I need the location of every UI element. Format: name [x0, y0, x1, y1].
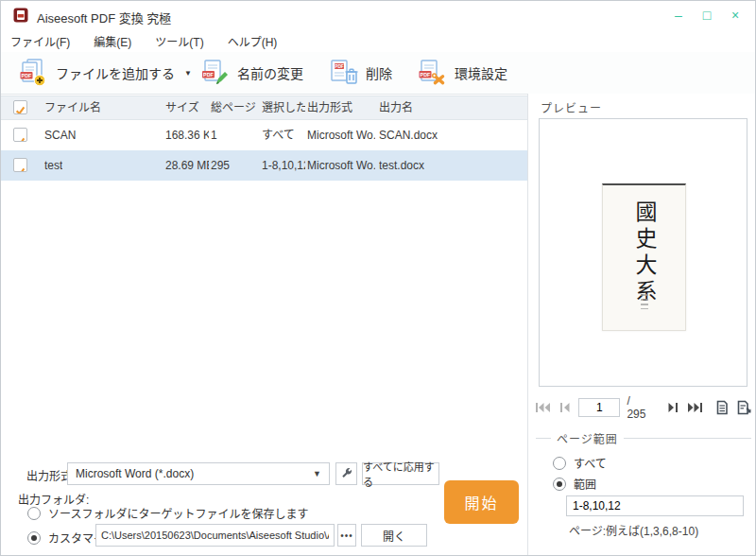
last-page-button[interactable]: [687, 401, 702, 414]
first-page-button[interactable]: [536, 401, 551, 414]
cell-selected: 1-8,10,12: [262, 150, 305, 181]
radio-circle-icon: [553, 457, 566, 470]
preview-nav: / 295: [536, 396, 751, 419]
page-report-button[interactable]: [714, 401, 730, 414]
menu-edit[interactable]: 編集(E): [94, 33, 131, 49]
cell-filename: test: [44, 150, 62, 181]
wrench-icon: [340, 467, 353, 480]
preview-viewport: 國史大系: [539, 118, 747, 387]
page-range-title: ページ範囲: [557, 430, 618, 446]
radio-all-pages[interactable]: すべて: [553, 455, 607, 471]
divider: [624, 438, 751, 439]
preview-page-seal: [641, 294, 648, 309]
radio-all-label: すべて: [574, 455, 607, 471]
preview-panel: プレビュー 國史大系 / 295: [527, 94, 756, 556]
check-icon: [14, 135, 26, 142]
svg-text:PDF: PDF: [335, 64, 344, 69]
preview-page-image: 國史大系: [602, 183, 686, 331]
svg-text:PDF: PDF: [22, 73, 32, 78]
chevron-down-icon: ▼: [313, 469, 329, 478]
format-settings-button[interactable]: [335, 462, 357, 485]
delete-button[interactable]: PDF 削除: [328, 56, 392, 90]
previous-page-button[interactable]: [558, 401, 573, 414]
cell-size: 168.36 KB: [165, 120, 209, 150]
maximize-icon[interactable]: □: [700, 9, 713, 22]
page-range-input[interactable]: [566, 495, 744, 516]
check-icon: [14, 104, 26, 114]
app-logo-icon: [13, 8, 28, 23]
cell-output-format: Microsoft Wo...: [307, 120, 375, 150]
cell-output-name: test.docx: [379, 150, 521, 181]
app-window: Aiseesoft PDF 変換 究極 – □ × ファイル(F) 編集(E) …: [0, 0, 756, 556]
total-pages-label: / 295: [627, 394, 651, 421]
settings-icon: PDF: [417, 58, 447, 88]
page-import-button[interactable]: [736, 401, 751, 414]
radio-page-range[interactable]: 範囲: [553, 476, 596, 492]
header-selected: 選択した: [262, 96, 305, 119]
minimize-icon[interactable]: –: [672, 9, 685, 22]
page-range-group: ページ範囲: [536, 430, 751, 446]
page-range-hint: ページ:例えば(1,3,6,8-10): [569, 522, 698, 538]
rename-button[interactable]: PDF 名前の変更: [199, 56, 303, 90]
add-file-icon: PDF: [18, 58, 48, 88]
settings-button[interactable]: PDF 環境設定: [417, 56, 507, 90]
delete-label: 削除: [366, 63, 392, 82]
output-format-value: Microsoft Word (*.docx): [68, 467, 313, 480]
menu-bar: ファイル(F) 編集(E) ツール(T) ヘルプ(H): [1, 29, 755, 52]
cell-output-format: Microsoft Wo...: [307, 150, 375, 181]
add-files-dropdown-icon: ▼: [184, 69, 192, 78]
radio-circle-icon: [27, 507, 41, 520]
radio-circle-selected-icon: [27, 531, 41, 545]
preview-page-calligraphy: 國史大系: [633, 200, 655, 306]
preview-title: プレビュー: [541, 99, 602, 115]
window-controls: – □ ×: [672, 1, 742, 29]
cell-total-pages: 295: [211, 150, 258, 181]
select-all-checkbox[interactable]: [13, 100, 27, 114]
header-filename: ファイル名: [44, 96, 101, 119]
add-files-label: ファイルを追加する: [56, 63, 175, 82]
add-files-button[interactable]: PDF ファイルを追加する ▼: [18, 56, 192, 90]
settings-label: 環境設定: [455, 63, 507, 82]
check-icon: [14, 165, 26, 172]
rename-label: 名前の変更: [237, 63, 303, 82]
menu-help[interactable]: ヘルプ(H): [228, 33, 278, 49]
svg-text:PDF: PDF: [203, 72, 214, 78]
apply-to-all-button[interactable]: すべてに応用する: [362, 462, 439, 485]
output-format-select[interactable]: Microsoft Word (*.docx) ▼: [67, 462, 330, 485]
header-size: サイズ: [165, 96, 209, 119]
radio-source-folder[interactable]: ソースフォルダにターゲットファイルを保存します: [27, 505, 308, 521]
cell-selected: すべて: [262, 120, 305, 150]
radio-range-label: 範囲: [574, 476, 596, 492]
browse-folder-button[interactable]: •••: [337, 524, 356, 547]
open-folder-button[interactable]: 開く: [361, 524, 427, 547]
menu-file[interactable]: ファイル(F): [10, 33, 70, 49]
cell-total-pages: 1: [211, 120, 258, 150]
window-title: Aiseesoft PDF 変換 究極: [37, 9, 171, 26]
output-path-input[interactable]: [95, 524, 335, 547]
row-checkbox[interactable]: [13, 128, 27, 142]
header-output-name: 出力名: [379, 96, 521, 119]
next-page-button[interactable]: [666, 401, 681, 414]
title-bar: Aiseesoft PDF 変換 究極 – □ ×: [1, 1, 755, 29]
svg-text:PDF: PDF: [421, 72, 431, 78]
cell-filename: SCAN: [44, 120, 76, 150]
table-row-scan[interactable]: SCAN 168.36 KB 1 すべて Microsoft Wo... SCA…: [1, 120, 527, 150]
menu-tools[interactable]: ツール(T): [155, 33, 203, 49]
delete-icon: PDF: [328, 58, 358, 88]
current-page-input[interactable]: [578, 398, 620, 417]
toolbar: PDF ファイルを追加する ▼ PDF 名前の変更: [1, 52, 755, 95]
cell-output-name: SCAN.docx: [379, 120, 521, 150]
row-checkbox[interactable]: [13, 158, 27, 172]
radio-circle-selected-icon: [553, 478, 566, 491]
header-output-format: 出力形式: [307, 96, 375, 119]
table-row-test[interactable]: test 28.69 MB 295 1-8,10,12 Microsoft Wo…: [1, 150, 527, 181]
table-header: ファイル名 サイズ 総ページ 選択した 出力形式 出力名: [1, 96, 527, 120]
header-total-pages: 総ページ: [211, 96, 258, 119]
rename-icon: PDF: [199, 58, 230, 88]
divider: [536, 438, 551, 439]
cell-size: 28.69 MB: [165, 150, 209, 181]
close-icon[interactable]: ×: [729, 9, 742, 22]
source-folder-option-label: ソースフォルダにターゲットファイルを保存します: [48, 505, 308, 521]
start-button[interactable]: 開始: [444, 480, 519, 524]
